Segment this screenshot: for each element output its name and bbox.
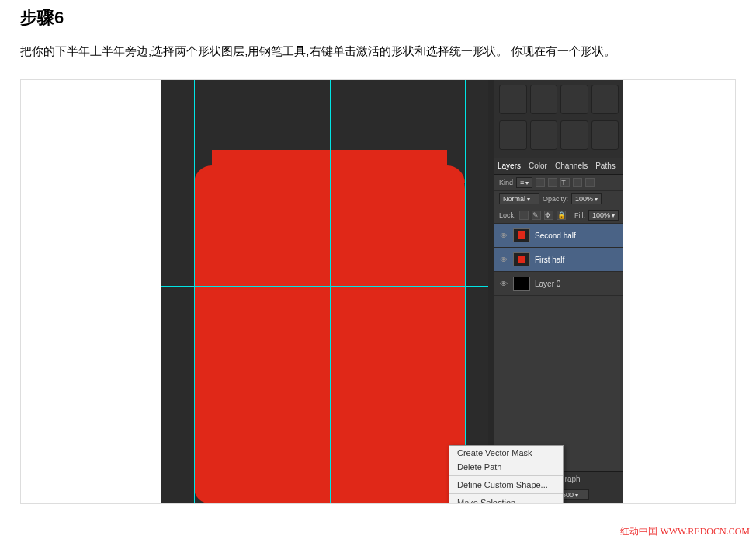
layer-layer0[interactable]: 👁 Layer 0 [494,272,623,296]
lock-position-icon[interactable]: ✥ [544,211,553,220]
separator [449,475,563,476]
filter-smart-icon[interactable] [585,178,595,187]
layer-name: First half [535,256,564,264]
side-panel: Layers Color Channels Paths Kind ≡▾ T No… [494,80,623,503]
tab-paths[interactable]: Paths [595,162,616,170]
swatch[interactable] [591,120,619,150]
lock-row: Lock: ✎ ✥ 🔒 Fill: 100%▾ [494,207,623,224]
swatch[interactable] [530,120,558,150]
layer-thumbnail [513,252,530,266]
canvas[interactable] [161,80,488,503]
guide-vertical-left [194,80,195,503]
opacity-value[interactable]: 100%▾ [571,193,602,204]
step-description: 把你的下半年上半年旁边,选择两个形状图层,用钢笔工具,右键单击激活的形状和选择统… [0,42,756,79]
layer-name: Second half [535,231,576,240]
filter-type-icon[interactable]: T [560,178,570,187]
watermark: 红动中国 WWW.REDOCN.COM [620,525,750,538]
ctx-create-vector-mask[interactable]: Create Vector Mask [449,446,563,460]
chevron-down-icon: ▾ [525,179,529,186]
ctx-delete-path[interactable]: Delete Path [449,460,563,474]
context-menu: Create Vector Mask Delete Path Define Cu… [449,445,564,503]
step-heading: 步骤6 [0,0,756,42]
separator [449,493,563,494]
chevron-down-icon: ▾ [595,196,598,203]
guide-vertical-right [465,80,466,503]
ctx-define-custom-shape[interactable]: Define Custom Shape... [449,478,563,492]
chevron-down-icon: ▾ [575,492,578,499]
swatch[interactable] [499,85,527,114]
swatch[interactable] [530,85,558,114]
photoshop-screenshot: Layers Color Channels Paths Kind ≡▾ T No… [161,80,623,503]
filter-adjust-icon[interactable] [548,178,557,187]
swatch[interactable] [560,85,588,114]
fill-label: Fill: [574,211,585,219]
layer-second-half[interactable]: 👁 Second half [494,224,623,248]
lock-transparency-icon[interactable] [519,211,529,220]
layer-filter-row: Kind ≡▾ T [494,175,623,191]
swatch[interactable] [560,120,588,150]
tab-color[interactable]: Color [529,162,547,170]
visibility-icon[interactable]: 👁 [499,231,508,240]
filter-shape-icon[interactable] [573,178,582,187]
swatches-panel [494,80,623,158]
swatch[interactable] [499,120,527,150]
guide-vertical-center [330,80,331,503]
visibility-icon[interactable]: 👁 [499,255,508,264]
blend-mode-dropdown[interactable]: Normal▾ [499,193,539,204]
guide-horizontal [161,286,488,287]
tab-layers[interactable]: Layers [498,162,521,170]
filter-pixel-icon[interactable] [536,178,545,187]
lock-label: Lock: [499,211,516,219]
opacity-label: Opacity: [543,195,568,203]
layers-panel-tabs: Layers Color Channels Paths [494,158,623,175]
chevron-down-icon: ▾ [612,212,615,219]
layer-first-half[interactable]: 👁 First half [494,248,623,272]
kind-label: Kind [499,179,513,186]
blend-mode-row: Normal▾ Opacity: 100%▾ [494,191,623,207]
layer-name: Layer 0 [535,280,560,288]
layer-thumbnail [513,277,530,291]
swatch[interactable] [591,85,619,114]
lock-pixels-icon[interactable]: ✎ [532,211,541,220]
layer-thumbnail [513,228,530,242]
chevron-down-icon: ▾ [527,196,530,203]
kind-dropdown[interactable]: ≡▾ [516,177,532,188]
fill-value[interactable]: 100%▾ [588,210,619,221]
lock-all-icon[interactable]: 🔒 [557,211,566,220]
visibility-icon[interactable]: 👁 [499,279,508,288]
screenshot-container: Layers Color Channels Paths Kind ≡▾ T No… [20,79,736,504]
tab-channels[interactable]: Channels [555,162,588,170]
ctx-make-selection[interactable]: Make Selection... [449,496,563,503]
